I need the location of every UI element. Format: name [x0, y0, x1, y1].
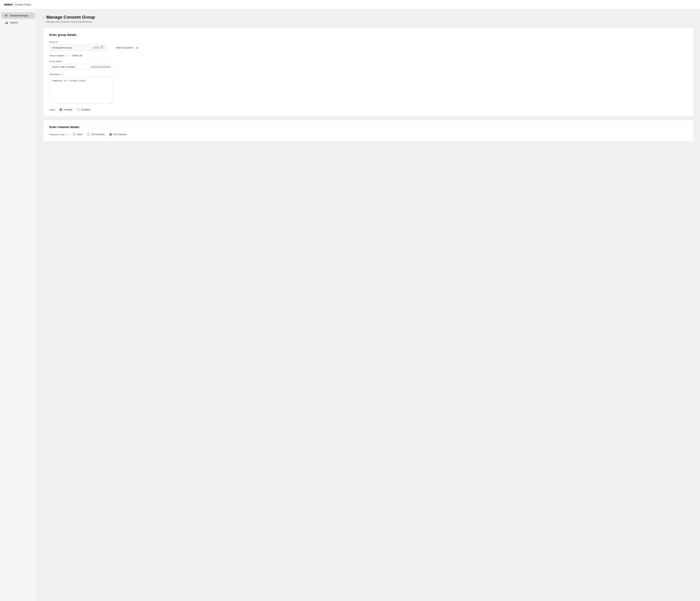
status-enabled-label: Enabled [64, 108, 72, 111]
status-enabled-option[interactable]: Enabled [59, 108, 72, 111]
copy-icon-button[interactable] [101, 46, 104, 49]
description-row: Description i [49, 73, 687, 104]
frequency-per-channel-label: Per Channel [114, 133, 126, 136]
group-category-info-icon[interactable]: i [67, 54, 69, 57]
channel-details-card: Enter channel details Frequency Type i :… [43, 120, 693, 141]
group-name-label: Group Name [49, 60, 687, 63]
status-row: Status : Enabled Disabled [49, 108, 687, 111]
app-name: Contact Policy [15, 3, 31, 6]
group-category-row: Group Category i : Deny List [49, 54, 687, 57]
group-details-card-title: Enter group details [49, 33, 687, 37]
svg-point-1 [7, 15, 7, 16]
sidebar-label-consent-groups: Consent Groups [10, 14, 28, 17]
group-id-label: Group Id [49, 41, 687, 43]
people-icon [5, 14, 8, 17]
group-category-value: Deny List [73, 54, 82, 57]
svg-rect-3 [6, 22, 7, 24]
main-content: ‹ Manage Consent Group Manage your custo… [36, 9, 700, 601]
frequency-per-channel-radio[interactable] [109, 133, 112, 136]
frequency-type-radio-group: None All Channels Per Channel [73, 133, 126, 136]
webex-logo: webex [4, 3, 13, 6]
frequency-type-row: Frequency Type i : None All Channels [49, 133, 687, 136]
svg-point-0 [5, 15, 6, 16]
description-info-icon[interactable]: i [61, 73, 64, 76]
top-header: webex Contact Policy [0, 0, 700, 9]
frequency-type-label: Frequency Type [49, 133, 65, 136]
svg-rect-2 [5, 23, 6, 24]
frequency-none-label: None [77, 133, 82, 136]
back-button[interactable]: ‹ [43, 15, 44, 19]
page-title: Manage Consent Group [46, 15, 95, 20]
status-disabled-option[interactable]: Disabled [77, 108, 90, 111]
total-consumers: Total Consumers : 3 [116, 46, 138, 49]
frequency-type-info-icon[interactable]: i [67, 133, 69, 136]
sidebar: Consent Groups Reports [0, 9, 36, 601]
sidebar-label-reports: Reports [10, 21, 18, 24]
frequency-none-radio[interactable] [73, 133, 76, 136]
group-category-label: Group Category [49, 54, 65, 57]
group-name-row: Group Name [49, 60, 687, 70]
page-title-block: Manage Consent Group Manage your custome… [46, 15, 95, 23]
sidebar-item-reports[interactable]: Reports [1, 19, 35, 26]
chart-icon [5, 21, 8, 24]
group-details-card: Enter group details Group Id J-RvtdarQ6S… [43, 28, 693, 117]
total-consumers-value: 3 [136, 46, 138, 49]
status-colon: : [57, 109, 58, 111]
frequency-none-option[interactable]: None [73, 133, 82, 136]
group-id-row: Group Id J-RvtdarQ6SocahabZ Tot [49, 41, 687, 51]
group-id-value: J-RvtdarQ6SocahabZ [51, 47, 91, 49]
status-enabled-radio[interactable] [59, 108, 62, 111]
sidebar-item-consent-groups[interactable]: Consent Groups [1, 12, 35, 19]
svg-rect-5 [102, 47, 103, 48]
group-id-field: J-RvtdarQ6SocahabZ [49, 45, 106, 51]
status-label: Status [49, 109, 55, 111]
group-id-blur [93, 47, 100, 49]
total-consumers-label: Total Consumers [116, 46, 133, 49]
app-layout: Consent Groups Reports ‹ Manage Consent … [0, 9, 700, 601]
channel-details-card-title: Enter channel details [49, 125, 687, 129]
frequency-all-channels-radio[interactable] [87, 133, 90, 136]
frequency-all-channels-label: All Channels [92, 133, 105, 136]
total-consumers-colon: : [134, 46, 135, 49]
group-category-colon: : [70, 54, 71, 57]
svg-rect-4 [7, 22, 8, 24]
status-disabled-label: Disabled [81, 108, 90, 111]
frequency-per-channel-option[interactable]: Per Channel [109, 133, 126, 136]
status-radio-group: Enabled Disabled [59, 108, 90, 111]
status-disabled-radio[interactable] [77, 108, 80, 111]
frequency-all-channels-option[interactable]: All Channels [87, 133, 105, 136]
description-textarea[interactable] [49, 77, 112, 103]
frequency-type-colon: : [70, 133, 71, 136]
description-label: Description i [49, 73, 687, 76]
page-header: ‹ Manage Consent Group Manage your custo… [43, 15, 693, 23]
page-subtitle: Manage your customer consent preferences [46, 20, 95, 23]
